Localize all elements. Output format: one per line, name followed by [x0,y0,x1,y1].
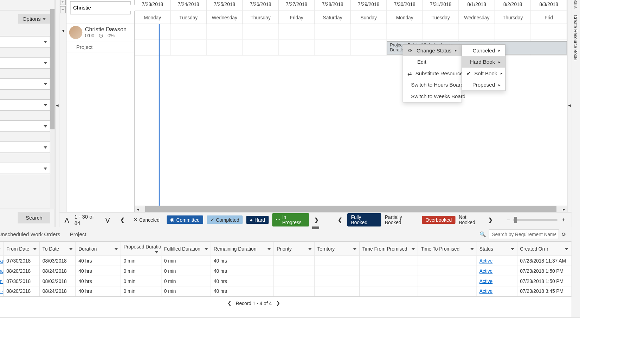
status-fully[interactable]: Fully Booked [347,213,381,226]
table-row[interactable]: Point of Sale Implementation - O...08/20… [0,286,571,296]
status-not[interactable]: Not Booked [459,214,483,225]
menu-item[interactable]: ⟳Change Status▸ [403,45,462,56]
menu-item[interactable]: ⇄Substitute Resource▸ [403,68,462,79]
column-header[interactable]: Name [0,242,4,256]
grid-cell[interactable] [387,24,423,40]
column-header[interactable]: Created On ↑ [517,242,571,256]
caret-down-icon[interactable] [565,248,568,250]
filter-select[interactable] [0,78,50,90]
caret-down-icon[interactable]: ▾ [62,29,64,33]
resource-project-row[interactable]: Project [66,41,134,53]
grid-cell[interactable] [531,24,567,40]
resource-search[interactable]: 🔍 [70,1,131,15]
status-link[interactable]: Active [479,278,492,284]
requirement-search-input[interactable] [489,229,559,239]
menu-item[interactable]: Edit [403,56,462,68]
refresh-icon[interactable]: ⟳ [562,231,566,238]
expand-all-button[interactable]: ＋ [60,0,66,5]
status-committed[interactable]: ◉ Committed [167,215,203,224]
filter-select[interactable] [0,163,50,174]
grid-next-button[interactable]: ❯ [276,301,280,306]
grid-cell[interactable] [351,40,387,56]
grid-cell[interactable] [315,40,351,56]
grid-cell[interactable] [207,24,243,40]
column-header[interactable]: Priority [274,242,314,256]
column-header[interactable]: Time To Promised [418,242,477,256]
grid-cell[interactable] [243,24,279,40]
grid-cell[interactable] [351,24,387,40]
menu-item[interactable]: Canceled▸ [462,45,505,56]
column-header[interactable]: Time From Promised [360,242,418,256]
requirement-link[interactable]: ProjectThree - Network Technician [0,278,4,284]
search-button[interactable]: Search [18,212,51,223]
caret-down-icon[interactable] [0,248,1,250]
requirement-link[interactable]: ProjectThree - Operations Analyst [0,268,4,273]
grid-cell[interactable] [279,40,315,56]
status-completed[interactable]: ✓ Completed [207,215,243,224]
tab-unscheduled[interactable]: Unscheduled Work Orders [0,228,60,241]
filter-select[interactable] [0,57,50,69]
grid-cell[interactable] [243,40,279,56]
caret-down-icon[interactable] [155,251,159,253]
caret-down-icon[interactable] [205,248,208,250]
search-icon[interactable]: 🔍 [479,231,486,238]
horizontal-scrollbar[interactable]: ◂ ▸ [135,206,567,212]
next-page-button[interactable]: ⋁ [104,216,112,223]
table-row[interactable]: ProjectThree - Consulting Lead07/30/2018… [0,256,571,266]
grid-cell[interactable] [135,24,171,40]
filter-select[interactable] [0,120,50,132]
first-page-button[interactable]: ⋀ [63,216,71,223]
status-inprogress[interactable]: ⋯ In Progress [272,213,309,226]
sidebar-splitter[interactable]: ◂ [55,0,59,227]
grid-cell[interactable] [171,40,207,56]
caret-down-icon[interactable] [412,248,415,250]
grid-cell[interactable] [171,24,207,40]
menu-item[interactable]: Proposed▸ [462,79,505,91]
column-header[interactable]: Territory [314,242,359,256]
menu-item[interactable]: Switch to Weeks Board [403,90,462,102]
caret-down-icon[interactable] [268,248,271,250]
column-header[interactable]: Status [477,242,517,256]
booking-prev[interactable]: ❮ [336,216,344,223]
zoom-slider[interactable] [514,219,558,221]
column-header[interactable]: Proposed Duratio [121,242,161,256]
grid-cell[interactable] [207,40,243,56]
details-panel-tab[interactable]: Details [573,0,578,10]
grid-cell[interactable] [135,40,171,56]
filter-select[interactable] [0,141,50,153]
caret-down-icon[interactable] [69,248,73,250]
right-splitter[interactable]: ◂ [567,0,572,212]
menu-item[interactable]: ✔Soft Book▸ [462,68,505,79]
caret-down-icon[interactable] [511,248,514,250]
booking-next[interactable]: ❯ [487,216,495,223]
resource-search-input[interactable] [73,5,139,11]
column-header[interactable]: From Date [4,242,40,256]
grid-cell[interactable] [423,24,459,40]
zoom-out-button[interactable]: − [505,216,512,223]
status-link[interactable]: Active [479,268,492,273]
zoom-in-button[interactable]: ＋ [559,216,568,223]
caret-down-icon[interactable] [33,248,37,250]
status-link[interactable]: Active [479,289,492,294]
panel-resize-handle[interactable] [312,227,319,229]
grid-cell[interactable] [495,24,531,40]
status-canceled[interactable]: ✕ Canceled [130,215,163,224]
caret-down-icon[interactable] [353,248,356,250]
column-header[interactable]: Duration [76,242,121,256]
status-prev[interactable]: ❮ [118,216,127,223]
resource-row[interactable]: ▾ Christie Dawson 0:00 ◷ 0% [66,24,134,42]
table-row[interactable]: ProjectThree - Network Technician07/30/2… [0,276,571,286]
status-over[interactable]: Overbooked [422,216,455,224]
requirement-link[interactable]: Point of Sale Implementation - O... [0,289,4,294]
menu-item[interactable]: Switch to Hours Board [403,79,462,91]
column-header[interactable]: Fulfilled Duration [161,242,211,256]
sidebar-scrollbar[interactable] [50,9,55,209]
caret-down-icon[interactable] [470,248,474,250]
create-booking-tab[interactable]: Create Resource Booki [573,13,578,62]
status-partial[interactable]: Partially Booked [385,214,418,225]
column-header[interactable]: To Date [40,242,76,256]
context-menu[interactable]: ⟳Change Status▸Edit⇄Substitute Resource▸… [403,44,462,102]
caret-down-icon[interactable] [114,248,118,250]
context-submenu[interactable]: Canceled▸Hard Book▸✔Soft Book▸Proposed▸ [462,44,505,91]
status-link[interactable]: Active [479,258,492,264]
